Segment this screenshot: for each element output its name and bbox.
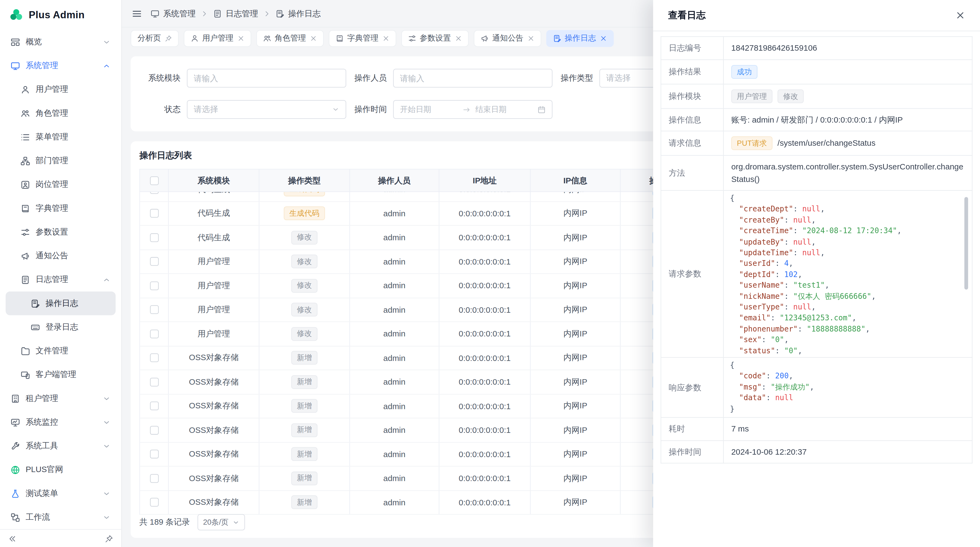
row-checkbox[interactable]	[150, 233, 158, 242]
breadcrumb-item-system-mgmt[interactable]: 系统管理	[151, 8, 196, 19]
tab-dict-mgmt[interactable]: 字典管理	[328, 30, 396, 46]
tab-analytics[interactable]: 分析页	[130, 30, 178, 46]
row-checkbox[interactable]	[150, 402, 158, 410]
sidebar-item-overview[interactable]: 概览	[6, 30, 116, 54]
chevron-down-icon	[103, 38, 111, 46]
breadcrumb-item-oper-log[interactable]: 操作日志	[275, 8, 320, 19]
close-icon[interactable]	[382, 35, 389, 41]
close-icon[interactable]	[956, 11, 965, 20]
table-row[interactable]: OSS对象存储新增admin0:0:0:0:0:0:0:1内网IP成功	[140, 370, 711, 394]
table-row[interactable]: 代码生成修改admin0:0:0:0:0:0:0:1内网IP成功	[140, 226, 711, 250]
tab-param-settings[interactable]: 参数设置	[401, 30, 468, 46]
detail-label: 方法	[661, 156, 724, 191]
detail-row-response-params: 响应参数 { "code": 200, "msg": "操作成功", "data…	[661, 357, 972, 417]
cell-ip-info: 内网IP	[531, 226, 620, 249]
scrollbar-thumb[interactable]	[964, 197, 968, 290]
system-module-input[interactable]	[187, 69, 346, 88]
table-row[interactable]: 用户管理修改admin0:0:0:0:0:0:0:1内网IP成功	[140, 250, 711, 274]
sidebar-item-tenant-mgmt[interactable]: 租户管理	[6, 386, 116, 410]
sidebar-item-client-mgmt[interactable]: 客户端管理	[6, 363, 116, 386]
row-checkbox[interactable]	[150, 378, 158, 386]
start-date-placeholder: 开始日期	[400, 104, 457, 115]
sidebar-item-label: 系统工具	[25, 440, 58, 451]
sidebar-item-file-mgmt[interactable]: 文件管理	[6, 339, 116, 363]
operator-input[interactable]	[393, 69, 552, 88]
sidebar-item-menu-mgmt[interactable]: 菜单管理	[6, 125, 116, 149]
page-size-select[interactable]: 20条/页	[197, 514, 245, 530]
sidebar-item-dict-mgmt[interactable]: 字典管理	[6, 196, 116, 220]
sidebar-item-param-settings[interactable]: 参数设置	[6, 220, 116, 244]
table-row[interactable]: 代码生成生成代码admin0:0:0:0:0:0:0:1内网IP成功	[140, 202, 711, 226]
row-checkbox[interactable]	[150, 257, 158, 266]
table-row[interactable]: OSS对象存储新增admin0:0:0:0:0:0:0:1内网IP成功	[140, 346, 711, 370]
tab-oper-log[interactable]: 操作日志	[546, 30, 613, 46]
dict-icon	[21, 204, 30, 213]
pin-sidebar-icon[interactable]	[105, 534, 113, 543]
select-all-checkbox[interactable]	[150, 176, 158, 185]
collapse-sidebar-icon[interactable]	[8, 534, 16, 543]
sidebar-item-label: 日志管理	[36, 274, 68, 285]
request-params-block: { "createDept": null, "createBy": null, …	[730, 193, 969, 354]
sidebar-item-label: 测试菜单	[25, 488, 58, 499]
breadcrumb-item-log-mgmt[interactable]: 日志管理	[213, 8, 258, 19]
cell-system-module: 用户管理	[169, 322, 259, 345]
chevron-down-icon	[103, 394, 111, 403]
sidebar-item-label: PLUS官网	[25, 464, 63, 475]
sidebar-item-login-log[interactable]: 登录日志	[6, 315, 116, 339]
table-row[interactable]: OSS对象存储新增admin0:0:0:0:0:0:0:1内网IP成功	[140, 491, 711, 515]
sidebar-item-test-menu[interactable]: 测试菜单	[6, 482, 116, 506]
row-checkbox[interactable]	[150, 426, 158, 434]
close-icon[interactable]	[237, 35, 244, 41]
close-icon[interactable]	[527, 35, 534, 41]
param-icon	[408, 34, 416, 42]
tools-icon	[11, 441, 20, 451]
row-checkbox[interactable]	[150, 474, 158, 483]
operation-time-value: 2024-10-06 12:20:37	[724, 440, 972, 463]
cell-ip-info: 内网IP	[531, 467, 620, 490]
row-checkbox[interactable]	[150, 281, 158, 290]
sidebar-item-system-tools[interactable]: 系统工具	[6, 434, 116, 458]
table-row[interactable]: OSS对象存储新增admin0:0:0:0:0:0:0:1内网IP成功	[140, 418, 711, 442]
row-checkbox[interactable]	[150, 192, 158, 194]
pin-icon[interactable]	[165, 35, 172, 41]
menu-icon	[21, 132, 30, 142]
row-checkbox[interactable]	[150, 450, 158, 458]
row-checkbox[interactable]	[150, 354, 158, 362]
close-icon[interactable]	[310, 35, 317, 41]
sidebar-item-notice[interactable]: 通知公告	[6, 244, 116, 268]
sidebar-item-plus-site[interactable]: PLUS官网	[6, 458, 116, 482]
row-checkbox[interactable]	[150, 498, 158, 507]
detail-row-method: 方法 org.dromara.system.controller.system.…	[661, 156, 972, 191]
tab-role-mgmt[interactable]: 角色管理	[256, 30, 323, 46]
row-checkbox[interactable]	[150, 329, 158, 338]
table-row[interactable]: OSS对象存储新增admin0:0:0:0:0:0:0:1内网IP成功	[140, 442, 711, 466]
chevron-down-icon	[103, 490, 111, 498]
table-row[interactable]: 代码生成生成代码admin0:0:0:0:0:0:0:1内网IP成功	[140, 192, 711, 202]
sidebar-item-role-mgmt[interactable]: 角色管理	[6, 101, 116, 125]
sidebar-item-dept-mgmt[interactable]: 部门管理	[6, 149, 116, 172]
sidebar-item-workflow[interactable]: 工作流	[6, 506, 116, 529]
row-checkbox[interactable]	[150, 209, 158, 218]
sidebar-item-post-mgmt[interactable]: 岗位管理	[6, 173, 116, 196]
sidebar-item-system-monitor[interactable]: 系统监控	[6, 410, 116, 434]
table-row[interactable]: 用户管理修改admin0:0:0:0:0:0:0:1内网IP成功	[140, 322, 711, 346]
hamburger-icon[interactable]	[132, 8, 142, 19]
table-row[interactable]: OSS对象存储新增admin0:0:0:0:0:0:0:1内网IP成功	[140, 467, 711, 491]
table-row[interactable]: OSS对象存储新增admin0:0:0:0:0:0:0:1内网IP成功	[140, 394, 711, 418]
sidebar-item-log-mgmt[interactable]: 日志管理	[6, 268, 116, 292]
close-icon[interactable]	[455, 35, 461, 41]
sidebar-item-system-mgmt[interactable]: 系统管理	[6, 54, 116, 77]
tab-notice[interactable]: 通知公告	[473, 30, 541, 46]
chevron-down-icon	[332, 106, 339, 113]
tab-user-mgmt[interactable]: 用户管理	[183, 30, 251, 46]
status-select[interactable]: 请选择	[187, 100, 346, 119]
close-icon[interactable]	[600, 35, 606, 41]
tab-label: 角色管理	[275, 33, 306, 44]
row-checkbox[interactable]	[150, 305, 158, 314]
sidebar-item-label: 参数设置	[36, 226, 68, 238]
table-row[interactable]: 用户管理修改admin0:0:0:0:0:0:0:1内网IP成功	[140, 274, 711, 298]
operation-time-range[interactable]: 开始日期 结束日期	[393, 100, 552, 119]
table-row[interactable]: 用户管理修改admin0:0:0:0:0:0:0:1内网IP成功	[140, 298, 711, 322]
sidebar-item-oper-log[interactable]: 操作日志	[6, 292, 116, 315]
sidebar-item-user-mgmt[interactable]: 用户管理	[6, 78, 116, 101]
